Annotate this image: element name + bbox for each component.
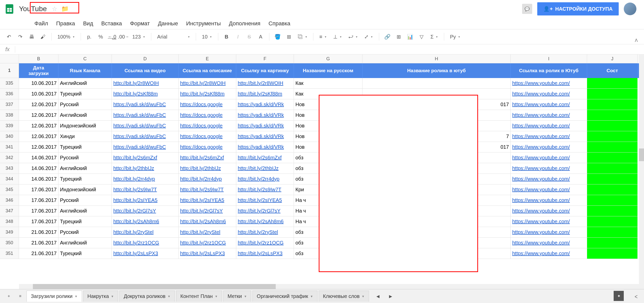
- star-icon[interactable]: ☆: [52, 5, 57, 12]
- cell[interactable]: http://bit.ly/2thbIJz: [236, 163, 294, 174]
- link[interactable]: https://docs.google: [180, 112, 223, 118]
- row-number[interactable]: 347: [0, 206, 19, 216]
- cell[interactable]: Индонезийский: [58, 121, 112, 131]
- link[interactable]: https://www.youtube.com/: [512, 208, 570, 214]
- cell[interactable]: 21.06.2017: [19, 248, 58, 259]
- link[interactable]: http://bit.ly/2sKf88m: [180, 91, 225, 97]
- link[interactable]: https://yadi.sk/d/VRk: [238, 144, 284, 150]
- cell[interactable]: http://bit.ly/2rz1OCG: [112, 238, 179, 248]
- filter-button[interactable]: ▽: [417, 32, 427, 42]
- header-cell[interactable]: Ссылку на картинку: [236, 63, 294, 78]
- cell[interactable]: 14.06.2017: [19, 174, 58, 184]
- link[interactable]: http://bit.ly/2rr4dyp: [113, 176, 155, 182]
- print-button[interactable]: 🖶: [27, 32, 37, 42]
- sheet-tab[interactable]: Накрутка▼: [83, 291, 118, 302]
- column-header-C[interactable]: C: [58, 54, 112, 63]
- cell[interactable]: 17.06.2017: [19, 184, 58, 195]
- increase-decimal-button[interactable]: .00→: [118, 32, 128, 42]
- cell[interactable]: Как: [294, 89, 362, 99]
- cell[interactable]: http://bit.ly/2ryStel: [236, 227, 294, 238]
- cell[interactable]: https://docs.google: [179, 110, 236, 121]
- link[interactable]: http://bit.ly/2rz1OCG: [113, 240, 159, 246]
- cell[interactable]: На ч: [294, 216, 362, 227]
- status-cell[interactable]: [587, 121, 638, 131]
- column-header-E[interactable]: E: [179, 54, 236, 63]
- row-number[interactable]: 344: [0, 174, 19, 184]
- cell[interactable]: [362, 121, 511, 131]
- link[interactable]: https://yadi.sk/d/wuFbC: [113, 134, 166, 139]
- link[interactable]: https://yadi.sk/d/VRk: [238, 123, 284, 129]
- font-selector[interactable]: Arial▼: [155, 34, 192, 40]
- link[interactable]: http://bit.ly/2rGl7sY: [113, 208, 156, 214]
- cell[interactable]: [362, 110, 511, 121]
- row-number[interactable]: 351: [0, 248, 19, 259]
- link[interactable]: http://bit.ly/2sKf88m: [113, 91, 158, 97]
- formula-input[interactable]: [15, 44, 644, 54]
- cell[interactable]: http://bit.ly/2sLsPX3: [112, 248, 179, 259]
- cell[interactable]: http://bit.ly/2rr4dyp: [236, 174, 294, 184]
- zoom-selector[interactable]: 100%▼: [55, 34, 77, 40]
- column-header-G[interactable]: G: [294, 54, 362, 63]
- cell[interactable]: https://www.youtube.com/: [511, 163, 587, 174]
- cell[interactable]: На ч: [294, 195, 362, 206]
- cell[interactable]: https://www.youtube.com/: [511, 78, 587, 89]
- cell[interactable]: [362, 89, 511, 99]
- bold-button[interactable]: B: [222, 32, 232, 42]
- cell[interactable]: 14.06.2017: [19, 163, 58, 174]
- link[interactable]: https://www.youtube.com/: [512, 91, 570, 97]
- redo-button[interactable]: ↷: [15, 32, 25, 42]
- menu-формат[interactable]: Формат: [126, 18, 154, 29]
- menu-справка[interactable]: Справка: [264, 18, 294, 29]
- cell[interactable]: Английский: [58, 78, 112, 89]
- row-number[interactable]: 346: [0, 195, 19, 206]
- column-header-J[interactable]: J: [587, 54, 638, 63]
- sheet-tab[interactable]: Докрутка роликов▼: [119, 291, 175, 302]
- cell[interactable]: https://docs.google: [179, 121, 236, 131]
- status-cell[interactable]: [587, 206, 638, 216]
- link[interactable]: http://bit.ly/2s9Iw7T: [238, 187, 281, 193]
- status-cell[interactable]: [587, 248, 638, 259]
- status-cell[interactable]: [587, 153, 638, 163]
- cell[interactable]: 12.06.2017: [19, 99, 58, 110]
- menu-вставка[interactable]: Вставка: [97, 18, 126, 29]
- cell[interactable]: 017: [362, 99, 511, 110]
- cell[interactable]: Турецкий: [58, 142, 112, 153]
- cell[interactable]: [362, 216, 511, 227]
- italic-button[interactable]: I: [233, 32, 243, 42]
- column-header-F[interactable]: F: [236, 54, 294, 63]
- header-cell[interactable]: Сост: [587, 63, 638, 78]
- link[interactable]: https://docs.google: [180, 144, 223, 150]
- cell[interactable]: http://bit.ly/2s6mZxf: [179, 153, 236, 163]
- cell[interactable]: http://bit.ly/2thbIJz: [179, 163, 236, 174]
- chevron-down-icon[interactable]: ▼: [362, 295, 365, 298]
- link[interactable]: https://docs.google: [180, 134, 223, 139]
- row-number[interactable]: 338: [0, 110, 19, 121]
- cell[interactable]: Русский: [58, 195, 112, 206]
- status-cell[interactable]: [587, 78, 638, 89]
- cell[interactable]: https://yadi.sk/d/VRk: [236, 131, 294, 142]
- cell[interactable]: https://www.youtube.com/: [511, 99, 587, 110]
- merge-cells-button[interactable]: ⿻▼: [295, 34, 310, 40]
- header-cell[interactable]: Ссылка на ролик в Ютуб: [511, 63, 587, 78]
- menu-данные[interactable]: Данные: [154, 18, 182, 29]
- cell[interactable]: https://yadi.sk/d/wuFbC: [112, 110, 179, 121]
- cell[interactable]: Турецкий: [58, 174, 112, 184]
- currency-button[interactable]: р.: [84, 32, 94, 42]
- decrease-decimal-button[interactable]: ←.0: [107, 32, 117, 42]
- link[interactable]: https://www.youtube.com/: [512, 251, 570, 256]
- insert-link-button[interactable]: 🔗: [382, 32, 393, 42]
- insert-comment-button[interactable]: ⊞: [394, 32, 404, 42]
- cell[interactable]: обз: [294, 163, 362, 174]
- cell[interactable]: Русский: [58, 227, 112, 238]
- cell[interactable]: [362, 78, 511, 89]
- menu-правка[interactable]: Правка: [52, 18, 79, 29]
- link[interactable]: https://www.youtube.com/: [512, 144, 570, 150]
- header-cell[interactable]: Название ролика в ютуб: [362, 63, 511, 78]
- row-number[interactable]: 336: [0, 89, 19, 99]
- cell[interactable]: [362, 227, 511, 238]
- cell[interactable]: http://bit.ly/2rr4dyp: [179, 174, 236, 184]
- cell[interactable]: https://www.youtube.com/: [511, 174, 587, 184]
- cell[interactable]: https://yadi.sk/d/wuFbC: [112, 131, 179, 142]
- sheet-tab[interactable]: Органический трафик▼: [252, 291, 317, 302]
- link[interactable]: https://www.youtube.com/: [512, 176, 570, 182]
